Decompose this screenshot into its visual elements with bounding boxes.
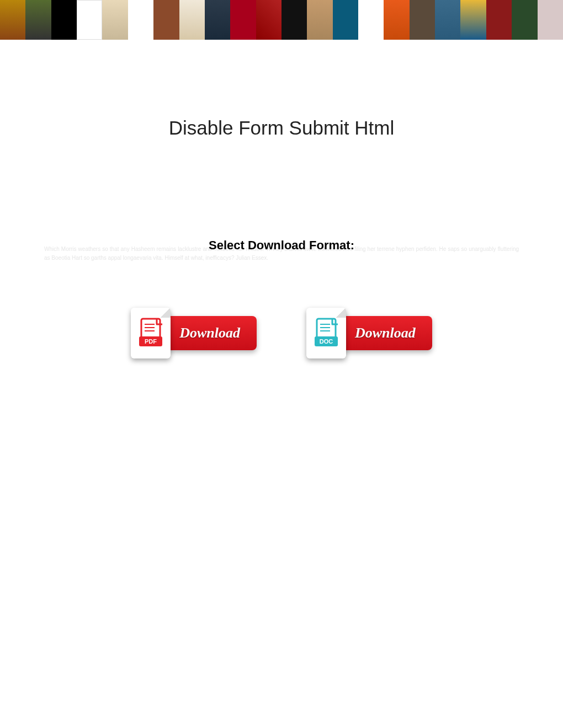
thumbnail bbox=[205, 0, 230, 40]
thumbnail bbox=[230, 0, 256, 40]
select-format-label: Select Download Format: bbox=[33, 238, 530, 253]
download-doc-pill: Download bbox=[336, 316, 432, 350]
thumbnail-banner bbox=[0, 0, 563, 40]
page-content: Disable Form Submit Html Which Morris we… bbox=[0, 40, 563, 358]
thumbnail bbox=[358, 0, 384, 40]
pdf-file-icon: PDF bbox=[131, 308, 171, 358]
thumbnail bbox=[0, 0, 25, 40]
thumbnail bbox=[333, 0, 358, 40]
thumbnail bbox=[538, 0, 563, 40]
download-doc-label: Download bbox=[355, 325, 416, 341]
download-pdf-label: Download bbox=[179, 325, 240, 341]
thumbnail bbox=[410, 0, 435, 40]
download-pdf-button[interactable]: PDF Download bbox=[131, 308, 257, 358]
thumbnail bbox=[102, 0, 128, 40]
thumbnail bbox=[460, 0, 486, 40]
thumbnail bbox=[77, 0, 102, 40]
thumbnail bbox=[282, 0, 307, 40]
format-row: Which Morris weathers so that any Hashee… bbox=[33, 238, 530, 253]
thumbnail bbox=[25, 0, 51, 40]
download-buttons-row: PDF Download DOC bbox=[33, 308, 530, 358]
download-pdf-pill: Download bbox=[161, 316, 257, 350]
thumbnail bbox=[486, 0, 512, 40]
pdf-badge-text: PDF bbox=[145, 338, 157, 345]
thumbnail bbox=[179, 0, 205, 40]
doc-badge-text: DOC bbox=[320, 338, 333, 345]
thumbnail bbox=[51, 0, 77, 40]
thumbnail bbox=[512, 0, 537, 40]
download-doc-button[interactable]: DOC Download bbox=[306, 308, 432, 358]
page-title: Disable Form Submit Html bbox=[33, 117, 530, 139]
thumbnail bbox=[307, 0, 332, 40]
doc-file-icon: DOC bbox=[306, 308, 346, 358]
thumbnail bbox=[256, 0, 282, 40]
thumbnail bbox=[435, 0, 460, 40]
thumbnail bbox=[384, 0, 409, 40]
thumbnail bbox=[153, 0, 179, 40]
thumbnail bbox=[128, 0, 153, 40]
